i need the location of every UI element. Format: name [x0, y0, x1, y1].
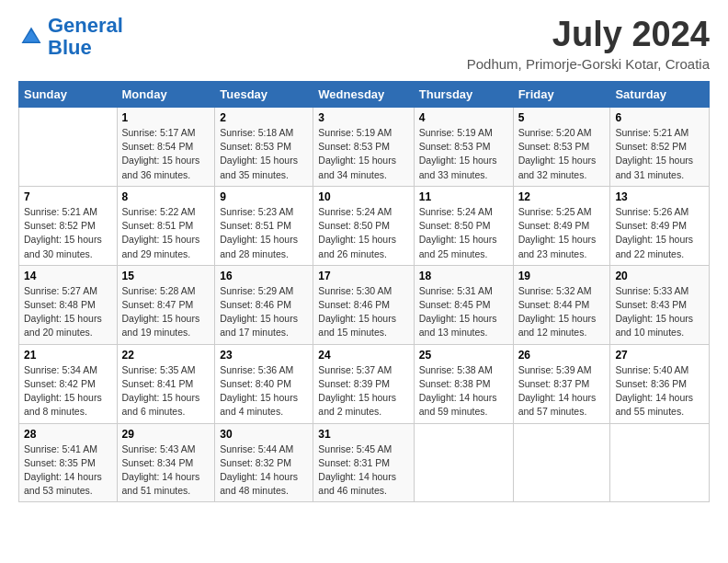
day-info: Sunrise: 5:38 AM Sunset: 8:38 PM Dayligh… [419, 363, 508, 419]
header-cell-thursday: Thursday [414, 82, 513, 108]
week-row-1: 1Sunrise: 5:17 AM Sunset: 8:54 PM Daylig… [19, 108, 710, 187]
header-cell-tuesday: Tuesday [215, 82, 313, 108]
day-number: 15 [122, 270, 210, 282]
day-cell [19, 108, 118, 187]
day-cell: 22Sunrise: 5:35 AM Sunset: 8:41 PM Dayli… [117, 344, 215, 423]
day-cell: 9Sunrise: 5:23 AM Sunset: 8:51 PM Daylig… [215, 186, 313, 265]
day-info: Sunrise: 5:41 AM Sunset: 8:35 PM Dayligh… [24, 442, 112, 499]
day-info: Sunrise: 5:29 AM Sunset: 8:46 PM Dayligh… [220, 284, 308, 340]
header-row: SundayMondayTuesdayWednesdayThursdayFrid… [19, 82, 710, 108]
day-cell: 30Sunrise: 5:44 AM Sunset: 8:32 PM Dayli… [215, 423, 313, 502]
header-cell-friday: Friday [513, 82, 610, 108]
logo-icon [18, 24, 44, 50]
day-cell: 16Sunrise: 5:29 AM Sunset: 8:46 PM Dayli… [215, 265, 313, 344]
day-cell: 23Sunrise: 5:36 AM Sunset: 8:40 PM Dayli… [215, 344, 313, 423]
day-info: Sunrise: 5:19 AM Sunset: 8:53 PM Dayligh… [318, 126, 408, 182]
day-number: 17 [318, 270, 408, 282]
day-number: 20 [615, 270, 704, 282]
day-number: 9 [220, 190, 308, 203]
day-info: Sunrise: 5:25 AM Sunset: 8:49 PM Dayligh… [518, 205, 606, 261]
day-info: Sunrise: 5:40 AM Sunset: 8:36 PM Dayligh… [615, 363, 704, 419]
day-number: 6 [615, 111, 704, 124]
day-cell: 8Sunrise: 5:22 AM Sunset: 8:51 PM Daylig… [117, 186, 215, 265]
day-cell [610, 423, 710, 502]
day-info: Sunrise: 5:30 AM Sunset: 8:46 PM Dayligh… [318, 284, 408, 340]
day-cell: 31Sunrise: 5:45 AM Sunset: 8:31 PM Dayli… [313, 423, 414, 502]
header-cell-monday: Monday [117, 82, 215, 108]
day-number: 27 [615, 349, 704, 362]
day-cell: 27Sunrise: 5:40 AM Sunset: 8:36 PM Dayli… [610, 344, 710, 423]
week-row-4: 21Sunrise: 5:34 AM Sunset: 8:42 PM Dayli… [19, 344, 710, 423]
day-cell: 26Sunrise: 5:39 AM Sunset: 8:37 PM Dayli… [513, 344, 610, 423]
day-number: 3 [318, 111, 408, 124]
logo-text: General Blue [48, 15, 123, 59]
day-info: Sunrise: 5:21 AM Sunset: 8:52 PM Dayligh… [24, 205, 112, 261]
header-cell-saturday: Saturday [610, 82, 710, 108]
day-info: Sunrise: 5:27 AM Sunset: 8:48 PM Dayligh… [24, 284, 112, 340]
calendar-body: 1Sunrise: 5:17 AM Sunset: 8:54 PM Daylig… [19, 108, 710, 502]
day-number: 5 [518, 111, 606, 124]
header-cell-sunday: Sunday [19, 82, 118, 108]
day-cell [414, 423, 513, 502]
day-info: Sunrise: 5:37 AM Sunset: 8:39 PM Dayligh… [318, 363, 408, 419]
day-info: Sunrise: 5:28 AM Sunset: 8:47 PM Dayligh… [122, 284, 210, 340]
day-cell: 29Sunrise: 5:43 AM Sunset: 8:34 PM Dayli… [117, 423, 215, 502]
day-info: Sunrise: 5:43 AM Sunset: 8:34 PM Dayligh… [122, 442, 210, 499]
day-number: 14 [24, 270, 112, 282]
day-cell: 25Sunrise: 5:38 AM Sunset: 8:38 PM Dayli… [414, 344, 513, 423]
day-cell: 7Sunrise: 5:21 AM Sunset: 8:52 PM Daylig… [19, 186, 118, 265]
day-info: Sunrise: 5:23 AM Sunset: 8:51 PM Dayligh… [220, 205, 308, 261]
day-info: Sunrise: 5:24 AM Sunset: 8:50 PM Dayligh… [318, 205, 408, 261]
day-number: 26 [518, 349, 606, 362]
day-cell: 28Sunrise: 5:41 AM Sunset: 8:35 PM Dayli… [19, 423, 118, 502]
day-cell: 1Sunrise: 5:17 AM Sunset: 8:54 PM Daylig… [117, 108, 215, 187]
day-number: 12 [518, 190, 606, 203]
day-number: 2 [220, 111, 308, 124]
day-number: 13 [615, 190, 704, 203]
calendar-header: SundayMondayTuesdayWednesdayThursdayFrid… [19, 82, 710, 108]
day-info: Sunrise: 5:18 AM Sunset: 8:53 PM Dayligh… [220, 126, 308, 182]
day-cell: 18Sunrise: 5:31 AM Sunset: 8:45 PM Dayli… [414, 265, 513, 344]
day-number: 24 [318, 349, 408, 362]
day-number: 30 [220, 428, 308, 441]
day-number: 31 [318, 428, 408, 441]
day-cell: 6Sunrise: 5:21 AM Sunset: 8:52 PM Daylig… [610, 108, 710, 187]
month-title: July 2024 [467, 15, 710, 54]
day-number: 1 [122, 111, 210, 124]
day-cell: 21Sunrise: 5:34 AM Sunset: 8:42 PM Dayli… [19, 344, 118, 423]
location: Podhum, Primorje-Gorski Kotar, Croatia [467, 56, 710, 72]
calendar-table: SundayMondayTuesdayWednesdayThursdayFrid… [18, 81, 710, 502]
day-cell: 5Sunrise: 5:20 AM Sunset: 8:53 PM Daylig… [513, 108, 610, 187]
day-number: 8 [122, 190, 210, 203]
day-cell: 20Sunrise: 5:33 AM Sunset: 8:43 PM Dayli… [610, 265, 710, 344]
day-info: Sunrise: 5:34 AM Sunset: 8:42 PM Dayligh… [24, 363, 112, 419]
logo: General Blue [18, 15, 123, 59]
day-cell: 3Sunrise: 5:19 AM Sunset: 8:53 PM Daylig… [313, 108, 414, 187]
day-info: Sunrise: 5:24 AM Sunset: 8:50 PM Dayligh… [419, 205, 508, 261]
week-row-5: 28Sunrise: 5:41 AM Sunset: 8:35 PM Dayli… [19, 423, 710, 502]
day-cell: 4Sunrise: 5:19 AM Sunset: 8:53 PM Daylig… [414, 108, 513, 187]
day-number: 4 [419, 111, 508, 124]
day-number: 19 [518, 270, 606, 282]
week-row-3: 14Sunrise: 5:27 AM Sunset: 8:48 PM Dayli… [19, 265, 710, 344]
day-info: Sunrise: 5:36 AM Sunset: 8:40 PM Dayligh… [220, 363, 308, 419]
header-cell-wednesday: Wednesday [313, 82, 414, 108]
day-number: 23 [220, 349, 308, 362]
day-number: 28 [24, 428, 112, 441]
day-number: 7 [24, 190, 112, 203]
title-block: July 2024 Podhum, Primorje-Gorski Kotar,… [467, 15, 710, 72]
day-cell: 19Sunrise: 5:32 AM Sunset: 8:44 PM Dayli… [513, 265, 610, 344]
day-info: Sunrise: 5:39 AM Sunset: 8:37 PM Dayligh… [518, 363, 606, 419]
day-number: 22 [122, 349, 210, 362]
day-number: 18 [419, 270, 508, 282]
day-info: Sunrise: 5:35 AM Sunset: 8:41 PM Dayligh… [122, 363, 210, 419]
day-cell: 12Sunrise: 5:25 AM Sunset: 8:49 PM Dayli… [513, 186, 610, 265]
day-number: 11 [419, 190, 508, 203]
day-cell: 17Sunrise: 5:30 AM Sunset: 8:46 PM Dayli… [313, 265, 414, 344]
day-info: Sunrise: 5:21 AM Sunset: 8:52 PM Dayligh… [615, 126, 704, 182]
day-number: 10 [318, 190, 408, 203]
day-number: 25 [419, 349, 508, 362]
day-number: 29 [122, 428, 210, 441]
day-info: Sunrise: 5:22 AM Sunset: 8:51 PM Dayligh… [122, 205, 210, 261]
day-info: Sunrise: 5:33 AM Sunset: 8:43 PM Dayligh… [615, 284, 704, 340]
